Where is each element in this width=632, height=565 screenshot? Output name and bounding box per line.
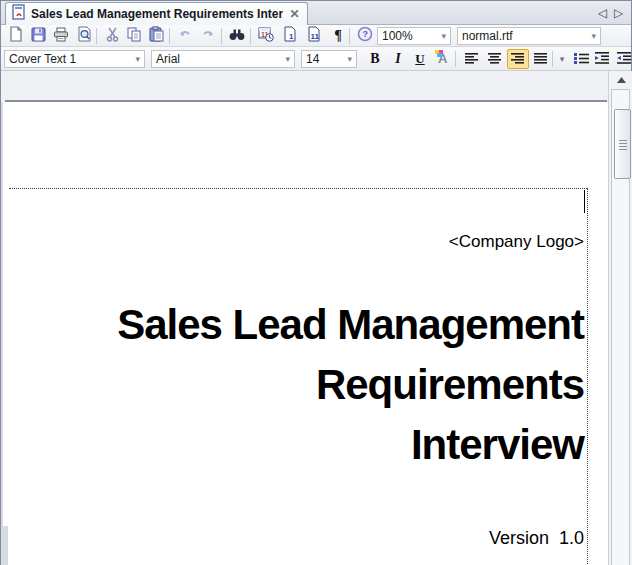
toolbar-separator: [169, 28, 170, 44]
toolbar-separator: [349, 28, 350, 44]
copy-button[interactable]: [123, 26, 145, 46]
new-document-icon: [9, 26, 23, 46]
paste-icon: [149, 26, 164, 46]
main-toolbar: 11 1 11 ¶: [1, 25, 631, 47]
save-icon: [31, 27, 46, 46]
undo-icon: [177, 27, 193, 45]
chevron-down-icon: ▾: [591, 31, 596, 41]
new-document-button[interactable]: [5, 26, 27, 46]
underline-button[interactable]: U: [409, 49, 431, 69]
redo-button[interactable]: [197, 26, 219, 46]
help-icon: ?: [357, 26, 373, 46]
svg-text:1: 1: [289, 32, 294, 41]
scroll-up-arrow-icon: [617, 77, 626, 83]
document-title-line: Requirements: [41, 355, 584, 415]
tab-scroll-right-icon[interactable]: ▷: [612, 5, 625, 21]
document-canvas[interactable]: <Company Logo> Sales Lead Management Req…: [1, 102, 608, 565]
toolbar-separator: [552, 51, 553, 67]
tab-title: Sales Lead Management Requirements Inter…: [31, 7, 283, 21]
document-title[interactable]: Sales Lead Management Requirements Inter…: [41, 295, 584, 475]
company-logo-placeholder[interactable]: <Company Logo>: [61, 232, 584, 252]
stylesheet-select[interactable]: normal.rtf ▾: [457, 27, 601, 45]
align-justify-icon: [534, 50, 548, 68]
thumb-grip-line: [619, 143, 627, 144]
increase-indent-button[interactable]: [591, 49, 613, 69]
scroll-up-button[interactable]: [614, 75, 628, 85]
help-button[interactable]: ?: [354, 26, 376, 46]
align-right-icon: [511, 50, 525, 68]
tab-close-icon[interactable]: ✕: [288, 7, 301, 21]
increase-indent-icon: [595, 50, 610, 68]
scrollbar-thumb[interactable]: [614, 109, 631, 179]
insert-page-number-button[interactable]: 1: [279, 26, 301, 46]
toolbar-separator: [250, 28, 251, 44]
align-justify-button[interactable]: [530, 49, 552, 69]
italic-button[interactable]: I: [387, 49, 409, 69]
font-name-value: Arial: [156, 52, 180, 66]
undo-button[interactable]: [174, 26, 196, 46]
bold-button[interactable]: B: [364, 49, 386, 69]
document-header-strip: [1, 71, 608, 102]
insert-datetime-button[interactable]: 11: [255, 26, 277, 46]
align-center-button[interactable]: [484, 49, 506, 69]
zoom-value: 100%: [382, 29, 413, 43]
toolbar-separator: [96, 28, 97, 44]
chevron-down-icon: ▾: [135, 54, 140, 64]
zoom-select[interactable]: 100% ▾: [377, 27, 451, 45]
tab-sales-lead-document[interactable]: Sales Lead Management Requirements Inter…: [5, 2, 308, 25]
chevron-down-icon: ▾: [441, 31, 446, 41]
font-name-select[interactable]: Arial ▾: [151, 50, 295, 68]
document-title-line: Interview: [41, 415, 584, 475]
underline-icon: U: [415, 51, 424, 67]
page-left-edge-lower: [1, 526, 8, 565]
align-right-button[interactable]: [507, 49, 529, 69]
align-left-button[interactable]: [461, 49, 483, 69]
chevron-down-icon: ▾: [560, 54, 565, 64]
decrease-indent-button[interactable]: [613, 49, 632, 69]
chevron-down-icon: ▾: [347, 54, 352, 64]
bold-icon: B: [370, 51, 379, 67]
formatting-marks-button[interactable]: ¶: [327, 26, 349, 46]
document-title-line: Sales Lead Management: [41, 295, 584, 355]
page-left-edge: [1, 102, 3, 565]
align-center-icon: [488, 50, 502, 68]
insert-page-count-button[interactable]: 11: [303, 26, 325, 46]
print-icon: [53, 27, 69, 46]
font-color-button[interactable]: A: [431, 49, 453, 69]
paragraph-style-value: Cover Text 1: [9, 52, 76, 66]
tab-bar: Sales Lead Management Requirements Inter…: [1, 1, 631, 25]
decrease-indent-icon: [617, 50, 632, 68]
cut-icon: [106, 27, 119, 46]
font-color-icon: A: [434, 49, 450, 69]
save-button[interactable]: [27, 26, 49, 46]
paste-button[interactable]: [145, 26, 167, 46]
stylesheet-value: normal.rtf: [462, 29, 513, 43]
toolbar-separator: [455, 51, 456, 67]
redo-icon: [200, 27, 216, 45]
cut-button[interactable]: [101, 26, 123, 46]
italic-icon: I: [395, 51, 400, 67]
svg-text:?: ?: [362, 29, 368, 39]
more-options-button[interactable]: ▾: [555, 49, 569, 69]
thumb-grip-line: [619, 149, 627, 150]
version-text[interactable]: Version 1.0: [61, 528, 584, 549]
thumb-grip-line: [619, 140, 627, 141]
copy-icon: [127, 27, 142, 46]
paragraph-style-select[interactable]: Cover Text 1 ▾: [4, 50, 145, 68]
scrollbar-track[interactable]: [611, 89, 630, 565]
thumb-grip-line: [619, 146, 627, 147]
page-margin-top-guide: [9, 188, 587, 189]
print-button[interactable]: [50, 26, 72, 46]
bullet-list-button[interactable]: [570, 49, 592, 69]
font-size-value: 14: [306, 52, 319, 66]
format-toolbar: Cover Text 1 ▾ Arial ▾ 14 ▾ B I U A: [1, 47, 631, 71]
rtf-document-icon: [12, 4, 26, 24]
find-button[interactable]: [226, 26, 248, 46]
tab-scroll-left-icon[interactable]: ◁: [596, 5, 609, 21]
print-preview-button[interactable]: [73, 26, 95, 46]
text-caret: [584, 190, 585, 213]
vertical-scrollbar: [608, 71, 632, 565]
font-size-select[interactable]: 14 ▾: [301, 50, 357, 68]
insert-page-number-icon: 1: [283, 26, 297, 46]
print-preview-icon: [77, 26, 92, 46]
